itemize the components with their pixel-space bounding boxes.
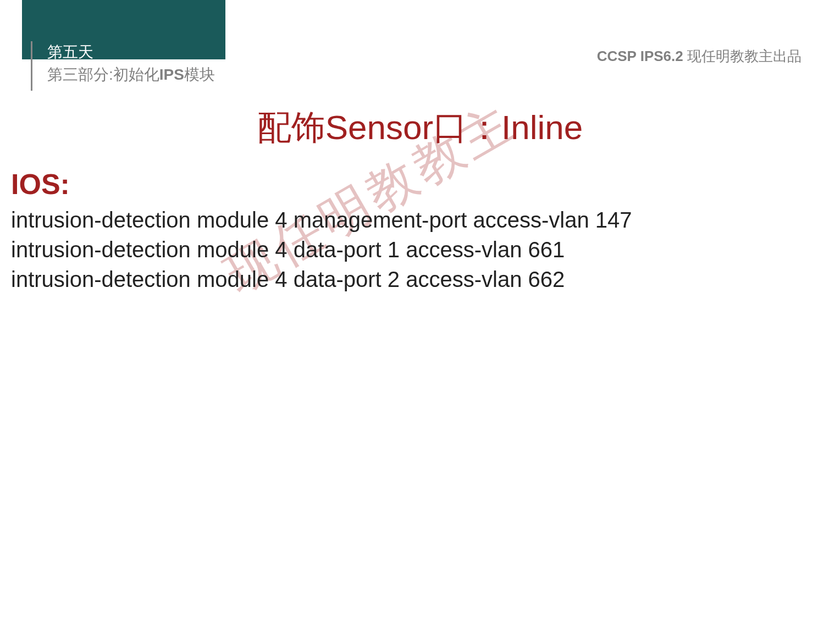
course-code: CCSP IPS6.2 现任明教教主出品 bbox=[597, 47, 802, 66]
header-divider bbox=[31, 41, 32, 91]
section-ips: IPS bbox=[159, 66, 184, 83]
code-line: intrusion-detection module 4 data-port 2… bbox=[11, 264, 632, 294]
section-label: 第三部分:初始化IPS模块 bbox=[47, 64, 215, 85]
code-line: intrusion-detection module 4 management-… bbox=[11, 205, 632, 235]
code-line: intrusion-detection module 4 data-port 1… bbox=[11, 235, 632, 264]
course-code-text: CCSP IPS6.2 bbox=[597, 48, 683, 64]
ios-heading: IOS: bbox=[11, 168, 70, 201]
course-author: 现任明教教主出品 bbox=[687, 48, 802, 64]
day-label: 第五天 bbox=[47, 42, 93, 63]
section-prefix: 第三部分:初始化 bbox=[47, 66, 159, 83]
section-suffix: 模块 bbox=[184, 66, 215, 83]
slide-title: 配饰Sensor口：Inline bbox=[0, 104, 840, 151]
code-block: intrusion-detection module 4 management-… bbox=[11, 205, 632, 294]
